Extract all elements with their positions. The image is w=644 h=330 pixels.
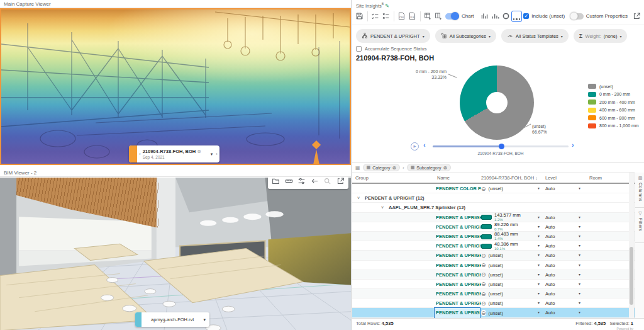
side-tab-columns[interactable]: ▥Columns <box>635 173 644 208</box>
table-row[interactable]: PENDENT & UPRIGHT88.483 mm1.4%▾Auto▾ <box>352 232 635 241</box>
previous-scan-button[interactable]: ‹ <box>137 151 143 157</box>
status-cell[interactable]: 89.226 mm0.7% <box>481 222 518 232</box>
dot-plot-icon-selected[interactable] <box>511 11 523 22</box>
element-name[interactable]: PENDENT & UPRIGHT <box>436 270 481 280</box>
status-dropdown-caret-icon[interactable]: ▾ <box>538 184 540 193</box>
multi-deselect-x-icon[interactable] <box>380 11 391 22</box>
level-value[interactable]: Auto <box>545 289 555 299</box>
weight-dropdown[interactable]: Σ Weight: (none) ▾ <box>574 29 628 43</box>
level-dropdown-caret-icon[interactable]: ▾ <box>579 299 580 308</box>
level-dropdown-caret-icon[interactable]: ▾ <box>579 184 580 193</box>
table-row[interactable]: PENDENT & UPRIGHT143.577 mm1.2%▾Auto▾ <box>352 213 635 222</box>
element-name[interactable]: PENDENT & UPRIGHT <box>436 299 481 308</box>
element-name[interactable]: PENDENT & UPRIGHT <box>436 261 481 270</box>
status-dropdown-caret-icon[interactable]: ▾ <box>538 251 540 260</box>
status-dropdown-caret-icon[interactable]: ▾ <box>538 261 540 270</box>
element-name[interactable]: PENDENT COLOR P... <box>436 184 481 193</box>
level-value[interactable]: Auto <box>545 184 555 193</box>
custom-properties-toggle[interactable] <box>570 13 584 20</box>
legend-item[interactable]: 0 mm - 200 mm <box>588 92 639 97</box>
save-icon[interactable] <box>354 11 365 22</box>
legend-item[interactable]: (unset) <box>588 84 639 89</box>
status-dropdown-caret-icon[interactable]: ▾ <box>538 280 540 289</box>
element-name[interactable]: PENDENT & UPRIGHT <box>436 280 481 289</box>
table-row[interactable]: PENDENT & UPRIGHT⊖(unset)▾Auto▾ <box>352 308 635 317</box>
timeline-handle[interactable] <box>499 144 504 149</box>
table-row[interactable]: PENDENT COLOR P...⊖(unset)▾Auto▾ <box>352 184 635 193</box>
add-column-icon[interactable] <box>433 11 444 22</box>
bim-model-selector[interactable]: apmyg-arch-FOH.rvt ▾ <box>135 312 209 327</box>
column-header-group[interactable]: Group <box>355 173 369 184</box>
chip-remove-icon[interactable]: ⊗ <box>392 165 397 171</box>
grouped-bar-chart-icon[interactable] <box>479 11 490 22</box>
status-template-filter-dropdown[interactable]: All Status Templates ▾ <box>501 29 569 43</box>
status-cell[interactable]: 88.483 mm1.4% <box>481 232 518 241</box>
status-dropdown-caret-icon[interactable]: ▾ <box>538 241 540 251</box>
level-dropdown-caret-icon[interactable]: ▾ <box>579 280 580 289</box>
add-table-icon[interactable] <box>423 11 433 22</box>
level-value[interactable]: Auto <box>545 222 555 232</box>
legend-item[interactable]: 200 mm - 400 mm <box>588 100 639 105</box>
subcategory-filter-dropdown[interactable]: All Subcategories ▾ <box>435 29 496 43</box>
status-cell[interactable]: ⊖(unset) <box>481 270 503 280</box>
status-dropdown-caret-icon[interactable]: ▾ <box>538 232 540 241</box>
table-row[interactable]: PENDENT & UPRIGHT⊖(unset)▾Auto▾ <box>352 289 635 299</box>
column-header-room[interactable]: Room <box>589 173 602 184</box>
tune-settings-icon[interactable] <box>297 178 307 186</box>
legend-item[interactable]: 800 mm - 1,000 mm <box>588 123 639 128</box>
level-value[interactable]: Auto <box>545 261 555 270</box>
table-row[interactable]: PENDENT & UPRIGHT⊖(unset)▾Auto▾ <box>352 251 635 260</box>
export-xls-icon[interactable]: XLS <box>407 11 418 22</box>
level-dropdown-caret-icon[interactable]: ▾ <box>579 270 580 280</box>
timeline-prev-chevron[interactable]: ‹ <box>423 141 426 149</box>
collapse-chevron-icon[interactable]: ˅ <box>357 193 360 203</box>
level-dropdown-caret-icon[interactable]: ▾ <box>579 251 580 260</box>
status-cell[interactable]: ⊖(unset) <box>481 184 503 193</box>
sort-descending-icon[interactable]: ↓ <box>534 176 537 180</box>
folder-icon[interactable] <box>271 178 281 186</box>
level-value[interactable]: Auto <box>545 232 555 241</box>
status-cell[interactable]: ⊖(unset) <box>481 299 503 308</box>
level-value[interactable]: Auto <box>545 280 555 289</box>
include-unset-checkbox[interactable]: ✓ <box>523 13 529 19</box>
scan-dropdown-caret-icon[interactable]: ▾ <box>209 152 214 157</box>
bar-chart-icon[interactable] <box>490 11 501 22</box>
column-header-name[interactable]: Name <box>437 173 450 184</box>
element-name[interactable]: PENDENT & UPRIGHT <box>436 289 481 299</box>
scan-location-marker[interactable] <box>308 142 325 165</box>
grid-vertical-scrollbar[interactable] <box>629 173 634 318</box>
status-dropdown-caret-icon[interactable]: ▾ <box>538 222 540 232</box>
level-dropdown-caret-icon[interactable]: ▾ <box>579 289 580 299</box>
level-value[interactable]: Auto <box>545 251 555 260</box>
table-row[interactable]: PENDENT & UPRIGHT⊖(unset)▾Auto▾ <box>352 261 635 270</box>
open-in-new-icon[interactable] <box>631 11 642 22</box>
bim-viewport[interactable]: apmyg-arch-FOH.rvt ▾ <box>0 178 351 330</box>
timeline-next-chevron[interactable]: › <box>572 141 574 149</box>
table-row[interactable]: PENDENT & UPRIGHT⊖(unset)▾Auto▾ <box>352 270 635 280</box>
search-icon[interactable] <box>323 178 333 186</box>
scrollbar-thumb[interactable] <box>630 247 633 305</box>
table-row[interactable]: PENDENT & UPRIGHT89.226 mm0.7%▾Auto▾ <box>352 222 635 232</box>
ruler-icon[interactable] <box>284 178 294 186</box>
status-cell[interactable]: ⊖(unset) <box>481 280 503 289</box>
group-chip-category[interactable]: ▦Category⊗ <box>363 164 401 171</box>
point-cloud-viewport[interactable]: ‹ 210904-R738-FOH, BOH ⚙ Sep 4, 2021 ▾ › <box>0 8 351 165</box>
level-dropdown-caret-icon[interactable]: ▾ <box>579 232 580 241</box>
back-arrow-icon[interactable] <box>309 178 319 186</box>
level-dropdown-caret-icon[interactable]: ▾ <box>579 308 580 317</box>
export-csv-icon[interactable]: CSV <box>396 11 407 22</box>
status-dropdown-caret-icon[interactable]: ▾ <box>538 299 540 308</box>
level-value[interactable]: Auto <box>545 241 555 251</box>
donut-chart-icon[interactable] <box>501 11 511 22</box>
level-dropdown-caret-icon[interactable]: ▾ <box>579 213 580 222</box>
level-value[interactable]: Auto <box>545 308 555 317</box>
collapse-chevron-icon[interactable]: ˅ <box>381 203 384 212</box>
status-cell[interactable]: ⊖(unset) <box>481 261 503 270</box>
element-name[interactable]: PENDENT & UPRIGHT <box>436 222 481 232</box>
legend-item[interactable]: 400 mm - 600 mm <box>588 108 639 113</box>
status-cell[interactable]: 143.577 mm1.2% <box>481 213 521 222</box>
multi-select-check-icon[interactable] <box>370 11 380 22</box>
category-filter-dropdown[interactable]: PENDENT & UPRIGHT ▾ <box>356 29 430 43</box>
group-chip-subcategory[interactable]: ▦Subcategory⊗ <box>407 164 452 171</box>
status-cell[interactable]: 48.386 mm10.1% <box>481 241 518 251</box>
